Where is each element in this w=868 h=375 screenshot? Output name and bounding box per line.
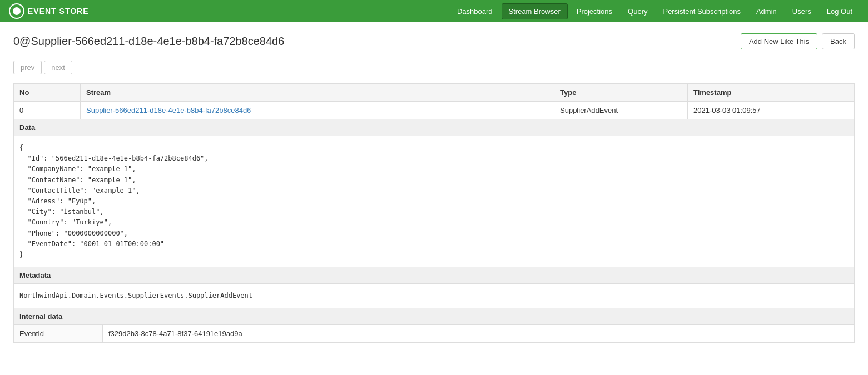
internal-data-row: EventIdf329d2b3-8c78-4a71-8f37-64191e19a…: [14, 325, 855, 343]
page-header: 0@Supplier-566ed211-d18e-4e1e-b8b4-fa72b…: [13, 33, 855, 49]
logo: EVENT STORE: [9, 3, 89, 19]
cell-no: 0: [14, 102, 81, 119]
col-no-header: No: [14, 84, 81, 102]
cell-timestamp: 2021-03-03 01:09:57: [688, 102, 855, 119]
prev-button[interactable]: prev: [13, 61, 42, 74]
internal-data-section-header: Internal data: [13, 308, 855, 325]
nav-link-users[interactable]: Users: [786, 4, 818, 19]
cell-stream: Supplier-566ed211-d18e-4e1e-b8b4-fa72b8c…: [81, 102, 554, 119]
metadata-section-header: Metadata: [13, 267, 855, 284]
metadata-section-content: NorthwindApi.Domain.Events.SupplierEvent…: [13, 284, 855, 308]
nav-links: DashboardStream BrowserProjectionsQueryP…: [450, 3, 859, 19]
logo-circle: [9, 3, 24, 19]
cell-type: SupplierAddEvent: [554, 102, 688, 119]
stream-link[interactable]: Supplier-566ed211-d18e-4e1e-b8b4-fa72b8c…: [86, 106, 251, 114]
next-button[interactable]: next: [44, 61, 72, 74]
nav-link-persistent-subscriptions[interactable]: Persistent Subscriptions: [656, 4, 747, 19]
page-content: 0@Supplier-566ed211-d18e-4e1e-b8b4-fa72b…: [0, 22, 868, 354]
events-table: No Stream Type Timestamp 0Supplier-566ed…: [13, 83, 855, 119]
logo-inner: [13, 7, 21, 15]
data-section-content: { "Id": "566ed211-d18e-4e1e-b8b4-fa72b8c…: [13, 136, 855, 267]
nav-link-log-out[interactable]: Log Out: [820, 4, 859, 19]
nav-link-dashboard[interactable]: Dashboard: [450, 4, 499, 19]
col-stream-header: Stream: [81, 84, 554, 102]
internal-data-key: EventId: [14, 325, 103, 343]
table-header-row: No Stream Type Timestamp: [14, 84, 855, 102]
data-section-header: Data: [13, 119, 855, 136]
navbar: EVENT STORE DashboardStream BrowserProje…: [0, 0, 868, 22]
nav-link-stream-browser[interactable]: Stream Browser: [502, 3, 568, 19]
nav-link-admin[interactable]: Admin: [750, 4, 783, 19]
add-new-like-this-button[interactable]: Add New Like This: [741, 33, 817, 49]
back-button[interactable]: Back: [822, 33, 855, 49]
page-title: 0@Supplier-566ed211-d18e-4e1e-b8b4-fa72b…: [13, 35, 284, 48]
nav-link-query[interactable]: Query: [621, 4, 654, 19]
logo-text: EVENT STORE: [28, 7, 89, 16]
table-row: 0Supplier-566ed211-d18e-4e1e-b8b4-fa72b8…: [14, 102, 855, 119]
col-type-header: Type: [554, 84, 688, 102]
internal-data-value: f329d2b3-8c78-4a71-8f37-64191e19ad9a: [103, 325, 855, 343]
nav-link-projections[interactable]: Projections: [570, 4, 619, 19]
col-timestamp-header: Timestamp: [688, 84, 855, 102]
pagination: prev next: [13, 61, 855, 74]
header-buttons: Add New Like This Back: [741, 33, 855, 49]
internal-data-table: EventIdf329d2b3-8c78-4a71-8f37-64191e19a…: [13, 325, 855, 343]
